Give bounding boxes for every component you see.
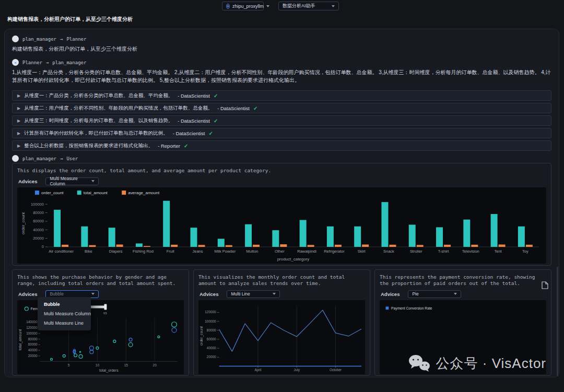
svg-text:product_category: product_category — [277, 257, 310, 262]
svg-text:Jeans: Jeans — [193, 249, 203, 254]
message-from: plan_manager — [22, 156, 56, 161]
user-prompt-text: 构建销售报表，分析用户的订单，从至少三个维度分析 — [7, 16, 133, 23]
menu-item[interactable]: Multi Measure Column — [38, 309, 91, 318]
chart-type-value: Multi Line — [231, 291, 250, 296]
menu-item[interactable]: Multi Measure Line — [38, 318, 91, 328]
svg-text:Fishing Rod: Fishing Rod — [133, 249, 154, 254]
svg-text:140000: 140000 — [26, 320, 38, 324]
task-row[interactable]: ▶ 从维度三：时间维度，分析每月的订单数、总金额、以及销售趋势。 - DataS… — [12, 115, 551, 126]
caret-right-icon[interactable]: ▶ — [17, 118, 20, 123]
message-header: plan_manager → User — [12, 155, 551, 162]
panel-description: This represents the payment conversion r… — [380, 274, 546, 287]
message-header: ❋ Planner → plan_manager — [12, 59, 551, 66]
message-to: User — [66, 156, 78, 161]
svg-text:total_orders: total_orders — [99, 369, 119, 373]
arrow: → — [60, 37, 63, 42]
svg-text:20000: 20000 — [207, 355, 216, 359]
svg-text:Air conditioner: Air conditioner — [49, 249, 74, 254]
svg-text:April: April — [254, 368, 261, 372]
panel-description: This visualizes the monthly order count … — [198, 274, 365, 287]
plan-manager-avatar — [12, 35, 19, 42]
planner-avatar: ❋ — [12, 59, 19, 66]
svg-text:Television: Television — [462, 249, 479, 254]
svg-text:Bike: Bike — [85, 249, 92, 254]
svg-text:40000: 40000 — [33, 228, 44, 232]
svg-text:20000: 20000 — [33, 236, 44, 241]
svg-text:T-shirt: T-shirt — [438, 249, 450, 254]
advices-label: Advices — [381, 291, 400, 297]
chevron-down-icon — [266, 5, 269, 7]
svg-text:Toy: Toy — [522, 249, 528, 254]
svg-text:total_amount: total_amount — [84, 191, 108, 195]
caret-right-icon[interactable]: ▶ — [17, 131, 20, 136]
chart-type-select[interactable]: Multi Line — [227, 290, 280, 298]
model-select[interactable]: ✦ zhipu_proxyllm — [222, 2, 264, 10]
chart-type-value: Bubble — [50, 291, 63, 296]
advices-label: Advices — [18, 179, 37, 184]
task-row[interactable]: ▶ 计算所有订单的付款转化率，即已付款订单数与总订单数的比例。 - DataSc… — [12, 128, 551, 138]
message-body: 构建销售报表，分析用户的订单，从至少三个维度分析 — [12, 45, 551, 53]
wechat-icon — [408, 354, 431, 373]
check-icon: ✓ — [253, 105, 257, 111]
arrow: → — [60, 156, 63, 161]
task-agent: - DataScientist — [217, 105, 250, 111]
svg-text:Fruit: Fruit — [167, 249, 175, 254]
chat-container: plan_manager → Planner 构建销售报表，分析用户的订单，从至… — [4, 29, 559, 377]
chart-type-select[interactable]: Pie — [408, 290, 461, 298]
bar-chart: order_counttotal_amountaverage_amount020… — [17, 187, 546, 264]
task-agent: - DataScientist — [178, 118, 210, 124]
chevron-down-icon — [332, 5, 335, 7]
task-row[interactable]: ▶ 从维度一：产品分类，分析各分类的订单总数、总金额、平均金额。 - DataS… — [12, 90, 551, 101]
top-bar: ✦ zhipu_proxyllm 数据分析AI助手 — [0, 2, 564, 14]
svg-text:5: 5 — [68, 363, 70, 367]
message-body: 1,从维度一：产品分类，分析各分类的订单总数、总金额、平均金额。 2,从维度二：… — [12, 68, 551, 84]
line-chart: AprilJulyOctober200004000060000800001000… — [198, 300, 365, 374]
svg-text:40000: 40000 — [28, 348, 38, 352]
svg-text:Other: Other — [275, 249, 285, 254]
caret-right-icon[interactable]: ▶ — [17, 144, 20, 148]
category-chart-panel: This displays the order count, total amo… — [12, 163, 551, 266]
menu-item[interactable]: Bubble — [38, 300, 91, 309]
task-row[interactable]: ▶ 从维度二：用户维度，分析不同性别、年龄段的用户购买情况，包括订单数、总金额。… — [12, 103, 551, 113]
caret-right-icon[interactable]: ▶ — [17, 106, 20, 111]
svg-text:total_amount: total_amount — [18, 329, 22, 350]
svg-text:120000: 120000 — [205, 310, 216, 314]
svg-text:Mutton: Mutton — [246, 249, 258, 254]
model-icon: ✦ — [226, 4, 230, 9]
message-header: plan_manager → Planner — [12, 35, 551, 42]
app-select[interactable]: 数据分析AI助手 — [278, 2, 339, 10]
advices-row: Advices Pie — [381, 290, 546, 298]
chart-type-select[interactable]: Multi Measure Column — [45, 177, 99, 185]
svg-text:20000: 20000 — [28, 354, 38, 358]
svg-text:80000: 80000 — [207, 328, 216, 332]
chevron-down-icon — [91, 293, 95, 295]
chart-type-value: Pie — [412, 291, 418, 296]
check-icon: ✓ — [208, 130, 213, 136]
scrollbar-thumb[interactable] — [557, 267, 558, 376]
task-row[interactable]: ▶ 整合以上分析数据，按照销售报表的要求进行格式化输出。 - Reporter … — [12, 140, 551, 151]
app-select-value: 数据分析AI助手 — [283, 3, 315, 9]
svg-text:10: 10 — [96, 363, 100, 367]
message-to: plan_manager — [52, 60, 86, 65]
panel-description: This displays the order count, total amo… — [17, 168, 546, 174]
svg-text:Milk Powder: Milk Powder — [214, 249, 236, 254]
svg-text:60000: 60000 — [33, 219, 44, 223]
svg-text:40000: 40000 — [207, 346, 216, 350]
line-chart-panel: This visualizes the monthly order count … — [193, 269, 370, 376]
svg-text:Stroller: Stroller — [410, 249, 422, 254]
chevron-down-icon — [273, 293, 276, 295]
bubble-chart-panel: This shows the purchase behavior by gend… — [12, 269, 189, 376]
chart-type-value: Multi Measure Column — [50, 176, 89, 186]
task-text: 整合以上分析数据，按照销售报表的要求进行格式化输出。 — [24, 142, 153, 149]
svg-text:Rawalpindi: Rawalpindi — [297, 249, 316, 254]
svg-text:average_amount: average_amount — [128, 191, 160, 195]
advices-row: Advices Multi Line — [199, 290, 365, 298]
document-icon[interactable] — [542, 281, 548, 289]
message-from: Planner — [22, 60, 42, 65]
caret-right-icon[interactable]: ▶ — [17, 93, 20, 98]
svg-text:order_count: order_count — [21, 212, 26, 234]
svg-text:100000: 100000 — [26, 331, 38, 335]
chart-type-dropdown-menu: Bubble Multi Measure Column Multi Measur… — [38, 297, 91, 330]
check-icon: ✓ — [184, 143, 188, 149]
message-from: plan_manager — [22, 37, 56, 42]
